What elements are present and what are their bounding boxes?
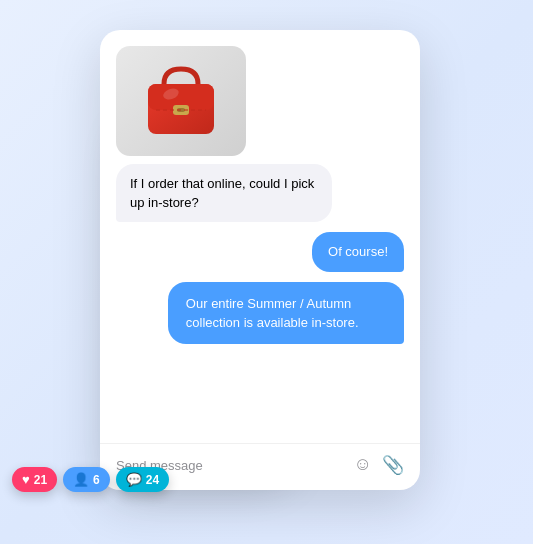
messages-count: 24 xyxy=(146,473,159,487)
message-outgoing-2: Our entire Summer / Autumn collection is… xyxy=(168,282,404,344)
connections-count: 6 xyxy=(93,473,100,487)
incoming-text: If I order that online, could I pick up … xyxy=(130,176,314,210)
message-list: If I order that online, could I pick up … xyxy=(100,164,420,435)
attach-icon[interactable]: 📎 xyxy=(382,454,404,476)
outgoing-text-2: Our entire Summer / Autumn collection is… xyxy=(186,296,359,330)
chat-icon: 💬 xyxy=(126,472,142,487)
emoji-icon[interactable]: ☺ xyxy=(354,454,372,476)
likes-count: 21 xyxy=(34,473,47,487)
chat-window: If I order that online, could I pick up … xyxy=(100,30,420,490)
chat-input-icons: ☺ 📎 xyxy=(354,454,404,476)
notification-bar: ♥ 21 👤 6 💬 24 xyxy=(12,467,169,492)
heart-icon: ♥ xyxy=(22,472,30,487)
connections-badge: 👤 6 xyxy=(63,467,110,492)
message-incoming: If I order that online, could I pick up … xyxy=(116,164,332,222)
message-outgoing: Of course! xyxy=(312,232,404,271)
outgoing-text-1: Of course! xyxy=(328,244,388,259)
product-image xyxy=(116,46,246,156)
likes-badge: ♥ 21 xyxy=(12,467,57,492)
messages-badge: 💬 24 xyxy=(116,467,169,492)
people-icon: 👤 xyxy=(73,472,89,487)
